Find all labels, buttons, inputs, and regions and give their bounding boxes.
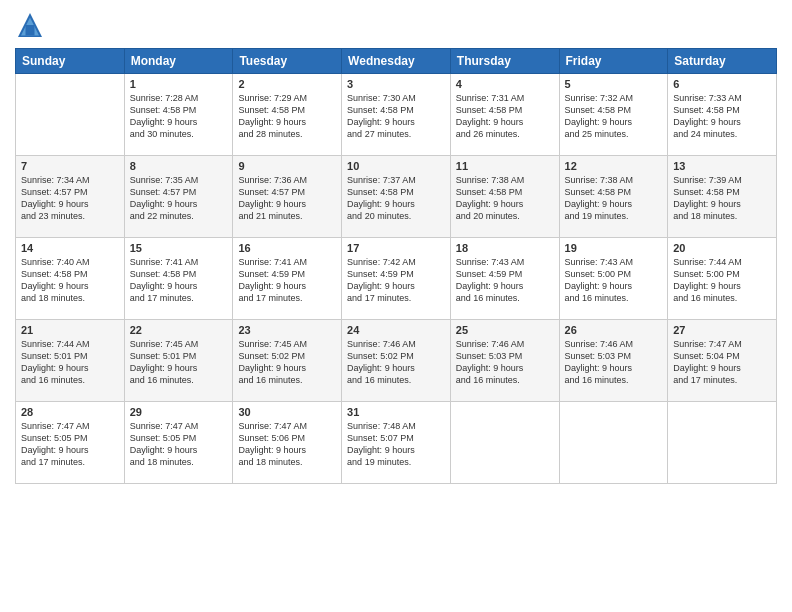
weekday-header-cell: Tuesday [233, 49, 342, 74]
day-info: Sunrise: 7:43 AM Sunset: 5:00 PM Dayligh… [565, 256, 663, 305]
day-info: Sunrise: 7:48 AM Sunset: 5:07 PM Dayligh… [347, 420, 445, 469]
day-info: Sunrise: 7:35 AM Sunset: 4:57 PM Dayligh… [130, 174, 228, 223]
day-info: Sunrise: 7:33 AM Sunset: 4:58 PM Dayligh… [673, 92, 771, 141]
weekday-header-cell: Friday [559, 49, 668, 74]
day-info: Sunrise: 7:47 AM Sunset: 5:06 PM Dayligh… [238, 420, 336, 469]
calendar-day-cell [668, 402, 777, 484]
day-number: 5 [565, 78, 663, 90]
day-info: Sunrise: 7:45 AM Sunset: 5:01 PM Dayligh… [130, 338, 228, 387]
day-info: Sunrise: 7:39 AM Sunset: 4:58 PM Dayligh… [673, 174, 771, 223]
calendar-day-cell [450, 402, 559, 484]
day-info: Sunrise: 7:46 AM Sunset: 5:03 PM Dayligh… [456, 338, 554, 387]
calendar-day-cell: 13Sunrise: 7:39 AM Sunset: 4:58 PM Dayli… [668, 156, 777, 238]
weekday-header-cell: Sunday [16, 49, 125, 74]
calendar-day-cell: 20Sunrise: 7:44 AM Sunset: 5:00 PM Dayli… [668, 238, 777, 320]
calendar-day-cell: 18Sunrise: 7:43 AM Sunset: 4:59 PM Dayli… [450, 238, 559, 320]
day-info: Sunrise: 7:47 AM Sunset: 5:04 PM Dayligh… [673, 338, 771, 387]
day-number: 22 [130, 324, 228, 336]
calendar-day-cell: 1Sunrise: 7:28 AM Sunset: 4:58 PM Daylig… [124, 74, 233, 156]
day-number: 9 [238, 160, 336, 172]
day-info: Sunrise: 7:45 AM Sunset: 5:02 PM Dayligh… [238, 338, 336, 387]
day-number: 16 [238, 242, 336, 254]
calendar-day-cell: 25Sunrise: 7:46 AM Sunset: 5:03 PM Dayli… [450, 320, 559, 402]
day-info: Sunrise: 7:40 AM Sunset: 4:58 PM Dayligh… [21, 256, 119, 305]
day-info: Sunrise: 7:38 AM Sunset: 4:58 PM Dayligh… [456, 174, 554, 223]
day-info: Sunrise: 7:42 AM Sunset: 4:59 PM Dayligh… [347, 256, 445, 305]
day-info: Sunrise: 7:46 AM Sunset: 5:02 PM Dayligh… [347, 338, 445, 387]
calendar-day-cell: 7Sunrise: 7:34 AM Sunset: 4:57 PM Daylig… [16, 156, 125, 238]
calendar-day-cell: 2Sunrise: 7:29 AM Sunset: 4:58 PM Daylig… [233, 74, 342, 156]
day-info: Sunrise: 7:36 AM Sunset: 4:57 PM Dayligh… [238, 174, 336, 223]
day-number: 11 [456, 160, 554, 172]
calendar-day-cell: 19Sunrise: 7:43 AM Sunset: 5:00 PM Dayli… [559, 238, 668, 320]
day-number: 14 [21, 242, 119, 254]
day-number: 24 [347, 324, 445, 336]
day-number: 6 [673, 78, 771, 90]
day-number: 1 [130, 78, 228, 90]
day-number: 2 [238, 78, 336, 90]
day-number: 27 [673, 324, 771, 336]
calendar-day-cell: 24Sunrise: 7:46 AM Sunset: 5:02 PM Dayli… [342, 320, 451, 402]
header [15, 10, 777, 40]
page: SundayMondayTuesdayWednesdayThursdayFrid… [0, 0, 792, 612]
day-number: 25 [456, 324, 554, 336]
day-number: 23 [238, 324, 336, 336]
day-number: 4 [456, 78, 554, 90]
calendar-day-cell [16, 74, 125, 156]
calendar-day-cell: 9Sunrise: 7:36 AM Sunset: 4:57 PM Daylig… [233, 156, 342, 238]
calendar-day-cell: 26Sunrise: 7:46 AM Sunset: 5:03 PM Dayli… [559, 320, 668, 402]
day-number: 21 [21, 324, 119, 336]
day-number: 15 [130, 242, 228, 254]
calendar-day-cell: 3Sunrise: 7:30 AM Sunset: 4:58 PM Daylig… [342, 74, 451, 156]
day-info: Sunrise: 7:47 AM Sunset: 5:05 PM Dayligh… [21, 420, 119, 469]
day-info: Sunrise: 7:32 AM Sunset: 4:58 PM Dayligh… [565, 92, 663, 141]
calendar-day-cell: 8Sunrise: 7:35 AM Sunset: 4:57 PM Daylig… [124, 156, 233, 238]
day-info: Sunrise: 7:28 AM Sunset: 4:58 PM Dayligh… [130, 92, 228, 141]
calendar-day-cell: 22Sunrise: 7:45 AM Sunset: 5:01 PM Dayli… [124, 320, 233, 402]
day-info: Sunrise: 7:34 AM Sunset: 4:57 PM Dayligh… [21, 174, 119, 223]
calendar-week-row: 28Sunrise: 7:47 AM Sunset: 5:05 PM Dayli… [16, 402, 777, 484]
calendar-day-cell: 17Sunrise: 7:42 AM Sunset: 4:59 PM Dayli… [342, 238, 451, 320]
logo [15, 10, 49, 40]
day-number: 31 [347, 406, 445, 418]
day-number: 29 [130, 406, 228, 418]
day-info: Sunrise: 7:41 AM Sunset: 4:59 PM Dayligh… [238, 256, 336, 305]
calendar-day-cell: 23Sunrise: 7:45 AM Sunset: 5:02 PM Dayli… [233, 320, 342, 402]
day-number: 20 [673, 242, 771, 254]
calendar-day-cell: 27Sunrise: 7:47 AM Sunset: 5:04 PM Dayli… [668, 320, 777, 402]
calendar-week-row: 1Sunrise: 7:28 AM Sunset: 4:58 PM Daylig… [16, 74, 777, 156]
weekday-header-cell: Saturday [668, 49, 777, 74]
day-number: 3 [347, 78, 445, 90]
calendar-week-row: 14Sunrise: 7:40 AM Sunset: 4:58 PM Dayli… [16, 238, 777, 320]
day-info: Sunrise: 7:41 AM Sunset: 4:58 PM Dayligh… [130, 256, 228, 305]
day-info: Sunrise: 7:38 AM Sunset: 4:58 PM Dayligh… [565, 174, 663, 223]
calendar-day-cell: 10Sunrise: 7:37 AM Sunset: 4:58 PM Dayli… [342, 156, 451, 238]
day-info: Sunrise: 7:31 AM Sunset: 4:58 PM Dayligh… [456, 92, 554, 141]
day-info: Sunrise: 7:30 AM Sunset: 4:58 PM Dayligh… [347, 92, 445, 141]
calendar-body: 1Sunrise: 7:28 AM Sunset: 4:58 PM Daylig… [16, 74, 777, 484]
calendar-day-cell: 16Sunrise: 7:41 AM Sunset: 4:59 PM Dayli… [233, 238, 342, 320]
calendar-day-cell: 6Sunrise: 7:33 AM Sunset: 4:58 PM Daylig… [668, 74, 777, 156]
day-number: 12 [565, 160, 663, 172]
calendar-day-cell: 12Sunrise: 7:38 AM Sunset: 4:58 PM Dayli… [559, 156, 668, 238]
weekday-header-cell: Wednesday [342, 49, 451, 74]
weekday-header-cell: Monday [124, 49, 233, 74]
calendar-day-cell: 30Sunrise: 7:47 AM Sunset: 5:06 PM Dayli… [233, 402, 342, 484]
day-info: Sunrise: 7:46 AM Sunset: 5:03 PM Dayligh… [565, 338, 663, 387]
calendar: SundayMondayTuesdayWednesdayThursdayFrid… [15, 48, 777, 484]
day-number: 19 [565, 242, 663, 254]
calendar-day-cell: 14Sunrise: 7:40 AM Sunset: 4:58 PM Dayli… [16, 238, 125, 320]
day-number: 17 [347, 242, 445, 254]
day-number: 30 [238, 406, 336, 418]
weekday-header-row: SundayMondayTuesdayWednesdayThursdayFrid… [16, 49, 777, 74]
day-info: Sunrise: 7:44 AM Sunset: 5:01 PM Dayligh… [21, 338, 119, 387]
calendar-day-cell: 29Sunrise: 7:47 AM Sunset: 5:05 PM Dayli… [124, 402, 233, 484]
day-info: Sunrise: 7:37 AM Sunset: 4:58 PM Dayligh… [347, 174, 445, 223]
calendar-day-cell: 5Sunrise: 7:32 AM Sunset: 4:58 PM Daylig… [559, 74, 668, 156]
weekday-header-cell: Thursday [450, 49, 559, 74]
day-info: Sunrise: 7:47 AM Sunset: 5:05 PM Dayligh… [130, 420, 228, 469]
calendar-week-row: 7Sunrise: 7:34 AM Sunset: 4:57 PM Daylig… [16, 156, 777, 238]
svg-rect-2 [26, 25, 35, 36]
day-number: 28 [21, 406, 119, 418]
calendar-day-cell: 28Sunrise: 7:47 AM Sunset: 5:05 PM Dayli… [16, 402, 125, 484]
